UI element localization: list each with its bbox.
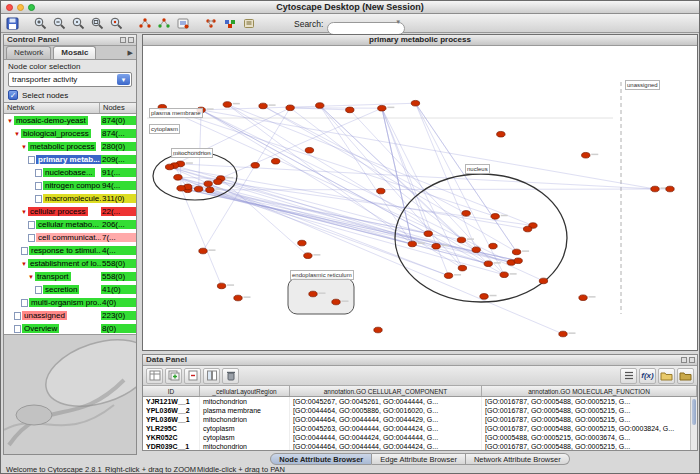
table-row[interactable]: YLR295Ccytoplasm[GO:0045263, GO:0044444,…	[143, 424, 697, 433]
tree-row-cellular-metabo-[interactable]: cellular metabo...206(...	[4, 218, 136, 231]
tree-row-label[interactable]: macromolecule...	[43, 194, 108, 203]
apply-layout-icon[interactable]	[202, 15, 219, 31]
attribute-columns-icon[interactable]	[203, 368, 220, 384]
tree-header-nodes[interactable]: Nodes	[100, 103, 125, 113]
column-header-id[interactable]: ID	[143, 386, 200, 396]
overview-thumbnail[interactable]	[4, 334, 136, 454]
tree-row-cellular-process[interactable]: ▼cellular process22(...	[4, 205, 136, 218]
tree-row-label[interactable]: cellular process	[28, 207, 88, 216]
column-header-component[interactable]: annotation.GO CELLULAR_COMPONENT	[290, 386, 482, 396]
tree-row-mosaic-demo-yeast[interactable]: ▼mosaic-demo-yeast874(0)	[4, 114, 136, 127]
table-scrollbar-thumb[interactable]	[692, 399, 696, 425]
zoom-out-icon[interactable]	[51, 15, 68, 31]
tree-header-network[interactable]: Network	[4, 103, 100, 113]
window-titlebar[interactable]: Cytoscape Desktop (New Session)	[1, 1, 699, 14]
cell-id[interactable]: YJR121W__1	[143, 397, 200, 406]
cell-component[interactable]: [GO:0044464, GO:0005886, GO:0016020, G..…	[290, 406, 482, 415]
new-attribute-icon[interactable]	[165, 368, 182, 384]
plugin-manager-icon[interactable]	[240, 15, 257, 31]
export-attributes-folder-icon[interactable]	[677, 368, 694, 384]
column-header-function[interactable]: annotation.GO MOLECULAR_FUNCTION	[482, 386, 697, 396]
column-header-region[interactable]: _cellularLayoutRegion	[200, 386, 290, 396]
tree-expand-icon[interactable]: ▼	[21, 261, 27, 267]
search-dropdown-icon[interactable]: ▼	[395, 19, 401, 25]
tree-row-label[interactable]: unassigned	[22, 311, 67, 320]
tree-row-nucleobase-[interactable]: nucleobase...91(...	[4, 166, 136, 179]
close-window-button[interactable]	[6, 4, 13, 11]
close-panel-icon[interactable]	[689, 357, 695, 363]
attribute-matrix-icon[interactable]	[620, 368, 637, 384]
delete-attribute-icon[interactable]	[184, 368, 201, 384]
tree-row-secretion[interactable]: secretion41(0)	[4, 283, 136, 296]
tree-row-label[interactable]: cell communicat...	[36, 233, 104, 242]
cell-id[interactable]: YLR295C	[143, 424, 200, 433]
cell-function[interactable]: [GO:0005488, GO:0005215, GO:0003674, G..…	[482, 433, 697, 442]
tree-row-macromolecule-[interactable]: macromolecule...311(0)	[4, 192, 136, 205]
network-canvas[interactable]: plasma membrane cytoplasm mitochondrion …	[143, 46, 697, 350]
tab-network[interactable]: Network	[6, 46, 51, 59]
zoom-actual-icon[interactable]	[70, 15, 87, 31]
tree-row-biological-process[interactable]: ▼biological_process874(...	[4, 127, 136, 140]
float-panel-icon[interactable]	[120, 37, 126, 43]
cell-region[interactable]: mitochondrion	[200, 397, 290, 406]
tree-row-label[interactable]: cellular metabo...	[36, 220, 101, 229]
table-row[interactable]: YPL036W__1mitochondrion[GO:0044464, GO:0…	[143, 415, 697, 424]
tree-row-label[interactable]: mosaic-demo-yeast	[14, 116, 88, 125]
tree-row-establishment-of-lo-[interactable]: ▼establishment of lo...558(0)	[4, 257, 136, 270]
tree-row-overview[interactable]: Overview8(0)	[4, 322, 136, 334]
trash-icon[interactable]	[222, 368, 239, 384]
tree-row-unassigned[interactable]: unassigned223(0)	[4, 309, 136, 322]
tab-mosaic[interactable]: Mosaic	[53, 46, 96, 59]
float-panel-icon[interactable]	[681, 357, 687, 363]
cell-function[interactable]: [GO:0016787, GO:0005488, GO:0005215, G..…	[482, 397, 697, 406]
tree-row-label[interactable]: nucleobase...	[43, 168, 95, 177]
table-row[interactable]: YDR039C__1mitochondrion[GO:0044464, GO:0…	[143, 442, 697, 450]
cell-component[interactable]: [GO:0045267, GO:0045261, GO:0044444, G..…	[290, 397, 482, 406]
tree-row-label[interactable]: biological_process	[21, 129, 91, 138]
tree-row-label[interactable]: establishment of lo...	[28, 259, 105, 268]
tree-row-label[interactable]: Overview	[22, 324, 59, 333]
cell-function[interactable]: [GO:0016787, GO:0005488, GO:0005215, GO:…	[482, 424, 697, 433]
close-panel-icon[interactable]	[128, 37, 134, 43]
minimize-window-button[interactable]	[17, 4, 24, 11]
tree-expand-icon[interactable]: ▼	[28, 274, 34, 280]
tree-row-label[interactable]: response to stimul...	[29, 246, 105, 255]
cell-region[interactable]: cytoplasm	[200, 424, 290, 433]
tree-row-primary-metab-[interactable]: primary metab...209(...	[4, 153, 136, 166]
cell-region[interactable]: plasma membrane	[200, 406, 290, 415]
select-attributes-icon[interactable]	[146, 368, 163, 384]
cell-function[interactable]: [GO:0016787, GO:0005488, GO:0005215, G..…	[482, 415, 697, 424]
select-nodes-checkbox[interactable]: ✓	[8, 90, 18, 100]
cell-region[interactable]: mitochondrion	[200, 415, 290, 424]
node-color-dropdown[interactable]: transporter activity ▼	[8, 72, 132, 87]
save-icon[interactable]	[4, 15, 21, 31]
zoom-window-button[interactable]	[28, 4, 35, 11]
network-view-titlebar[interactable]: primary metabolic process	[143, 35, 697, 46]
tree-row-label[interactable]: primary metab...	[36, 155, 102, 164]
first-neighbors-icon[interactable]	[136, 15, 153, 31]
zoom-in-icon[interactable]	[32, 15, 49, 31]
table-row[interactable]: YKR052Ccytoplasm[GO:0044444, GO:0044424,…	[143, 433, 697, 442]
zoom-selected-icon[interactable]	[108, 15, 125, 31]
tree-row-nitrogen-compo-[interactable]: nitrogen compo...94(...	[4, 179, 136, 192]
tree-row-label[interactable]: transport	[35, 272, 71, 281]
cell-region[interactable]: cytoplasm	[200, 433, 290, 442]
cell-id[interactable]: YPL036W__1	[143, 415, 200, 424]
tree-row-transport[interactable]: ▼transport558(0)	[4, 270, 136, 283]
cell-function[interactable]: [GO:0016787, GO:0005488, GO:0005215, G..…	[482, 442, 697, 450]
tree-expand-icon[interactable]: ▼	[21, 144, 27, 150]
tree-row-response-to-stimul-[interactable]: response to stimul...4(...	[4, 244, 136, 257]
table-row[interactable]: YJR121W__1mitochondrion[GO:0045267, GO:0…	[143, 397, 697, 406]
zoom-fit-icon[interactable]	[89, 15, 106, 31]
tree-row-metabolic-process[interactable]: ▼metabolic process280(0)	[4, 140, 136, 153]
table-row[interactable]: YPL036W__2plasma membrane[GO:0044464, GO…	[143, 406, 697, 415]
cell-function[interactable]: [GO:0016787, GO:0005488, GO:0005215, G..…	[482, 406, 697, 415]
cell-region[interactable]: mitochondrion	[200, 442, 290, 450]
cell-component[interactable]: [GO:0044464, GO:0044444, GO:0044424, G..…	[290, 442, 482, 450]
import-network-icon[interactable]	[174, 15, 191, 31]
cell-component[interactable]: [GO:0044464, GO:0044444, GO:0044429, G..…	[290, 415, 482, 424]
cell-component[interactable]: [GO:0044444, GO:0044424, GO:0044444, G..…	[290, 433, 482, 442]
cell-id[interactable]: YKR052C	[143, 433, 200, 442]
table-scrollbar[interactable]	[690, 397, 697, 450]
tree-row-cell-communicat-[interactable]: cell communicat...7(...	[4, 231, 136, 244]
